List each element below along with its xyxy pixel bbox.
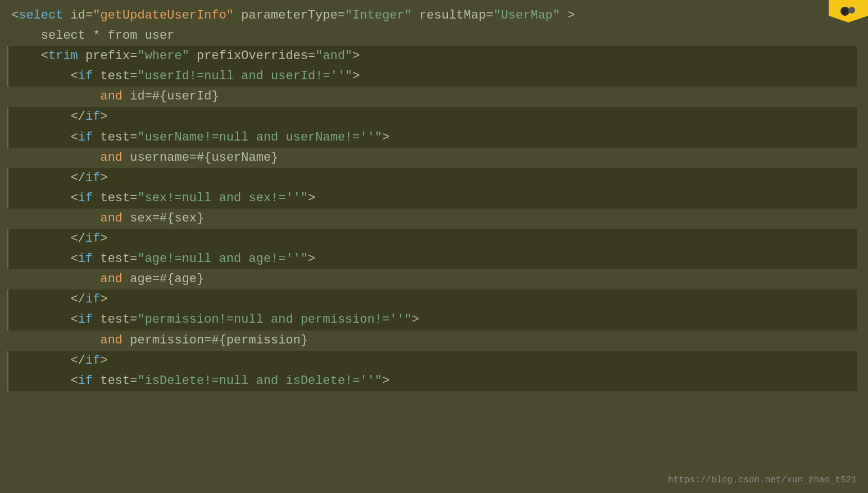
code-line-1: <select id="getUpdateUserInfo" parameter… <box>11 6 857 26</box>
code-line-17: and permission=#{permission} <box>11 331 857 351</box>
code-line-15: </if> <box>7 290 857 310</box>
code-line-13: <if test="age!=null and age!=''"> <box>7 249 857 269</box>
code-line-2: select * from user <box>11 26 857 46</box>
code-line-18: </if> <box>7 351 857 371</box>
code-line-9: </if> <box>7 168 857 188</box>
code-line-16: <if test="permission!=null and permissio… <box>7 310 857 330</box>
code-line-7: <if test="userName!=null and userName!='… <box>7 128 857 148</box>
code-viewer: <select id="getUpdateUserInfo" parameter… <box>0 0 868 493</box>
url-bar: https://blog.csdn.net/xun_zhao_t521 <box>668 473 857 487</box>
code-line-8: and username=#{userName} <box>11 148 857 168</box>
code-line-11: and sex=#{sex} <box>11 209 857 229</box>
code-line-5: and id=#{userId} <box>11 87 857 107</box>
code-line-19: <if test="isDelete!=null and isDelete!='… <box>7 371 857 391</box>
code-line-12: </if> <box>7 229 857 249</box>
code-line-3: <trim prefix="where" prefixOverrides="an… <box>7 46 857 66</box>
code-line-10: <if test="sex!=null and sex!=''"> <box>7 188 857 209</box>
code-line-4: <if test="userId!=null and userId!=''"> <box>7 66 857 87</box>
code-line-6: </if> <box>7 107 857 127</box>
svg-point-1 <box>848 7 855 13</box>
svg-point-2 <box>842 8 848 14</box>
code-line-14: and age=#{age} <box>11 269 857 290</box>
